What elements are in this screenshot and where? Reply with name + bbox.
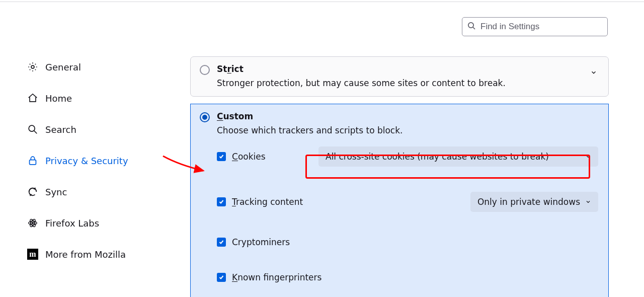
cookies-dropdown-value: All cross-site cookies (may cause websit…	[326, 152, 549, 162]
sidebar: General Home Search	[0, 2, 151, 297]
option-tracking: Tracking content Only in private windows	[217, 192, 598, 212]
sidebar-item-more-mozilla[interactable]: m More from Mozilla	[25, 242, 151, 266]
sidebar-item-sync[interactable]: Sync	[25, 180, 151, 204]
checkbox-cryptominers[interactable]	[217, 238, 226, 247]
chevron-down-icon	[585, 152, 591, 162]
sidebar-item-home[interactable]: Home	[25, 86, 151, 110]
search-input-wrap[interactable]	[462, 17, 608, 36]
sidebar-item-label: More from Mozilla	[45, 249, 126, 260]
sidebar-item-label: Search	[45, 124, 76, 135]
custom-description: Choose which trackers and scripts to blo…	[217, 125, 403, 135]
strict-description: Stronger protection, but may cause some …	[217, 78, 506, 88]
option-cryptominers-label: Cryptominers	[232, 237, 290, 247]
strict-title: Strict	[217, 64, 506, 74]
option-cookies: Cookies All cross-site cookies (may caus…	[217, 146, 598, 167]
sidebar-item-label: Firefox Labs	[45, 218, 99, 229]
checkbox-fingerprinters[interactable]	[217, 273, 226, 282]
svg-point-0	[468, 23, 473, 28]
svg-line-4	[34, 131, 37, 134]
option-cookies-label: Cookies	[232, 152, 266, 162]
search-icon	[27, 124, 38, 135]
search-icon	[467, 22, 475, 32]
sidebar-item-label: General	[45, 62, 81, 72]
checkbox-cookies[interactable]	[217, 152, 226, 161]
option-fingerprinters-label: Known fingerprinters	[232, 272, 321, 282]
protection-level-custom[interactable]: Custom Choose which trackers and scripts…	[190, 104, 609, 297]
radio-strict[interactable]	[200, 65, 210, 75]
sidebar-item-firefox-labs[interactable]: Firefox Labs	[25, 211, 151, 235]
mozilla-icon: m	[27, 249, 38, 260]
sidebar-item-general[interactable]: General	[25, 55, 151, 79]
lock-icon	[27, 155, 38, 166]
svg-line-1	[473, 27, 475, 29]
protection-level-strict[interactable]: Strict Stronger protection, but may caus…	[190, 56, 609, 97]
option-fingerprinters: Known fingerprinters	[217, 272, 598, 282]
svg-point-9	[32, 222, 34, 224]
option-cryptominers: Cryptominers	[217, 237, 598, 247]
svg-rect-5	[30, 160, 36, 165]
checkbox-tracking[interactable]	[217, 197, 226, 206]
main-panel: Strict Stronger protection, but may caus…	[190, 2, 609, 297]
sidebar-item-label: Sync	[45, 187, 67, 197]
sync-icon	[27, 186, 38, 197]
chevron-down-icon	[585, 197, 591, 207]
option-tracking-label: Tracking content	[232, 197, 303, 207]
home-icon	[27, 93, 38, 104]
cookies-dropdown[interactable]: All cross-site cookies (may cause websit…	[318, 146, 598, 167]
sidebar-item-privacy-security[interactable]: Privacy & Security	[25, 148, 151, 173]
tracking-dropdown[interactable]: Only in private windows	[470, 192, 598, 212]
search-input[interactable]	[479, 21, 602, 32]
sidebar-item-search[interactable]: Search	[25, 117, 151, 141]
radio-custom[interactable]	[200, 112, 210, 122]
sidebar-item-label: Home	[45, 93, 72, 104]
gear-icon	[27, 61, 38, 72]
svg-point-2	[31, 65, 34, 68]
svg-point-3	[29, 125, 35, 131]
tracking-dropdown-value: Only in private windows	[477, 197, 580, 207]
atom-icon	[27, 217, 38, 229]
sidebar-item-label: Privacy & Security	[45, 156, 128, 166]
custom-title: Custom	[217, 111, 403, 121]
chevron-down-icon[interactable]	[590, 68, 597, 78]
